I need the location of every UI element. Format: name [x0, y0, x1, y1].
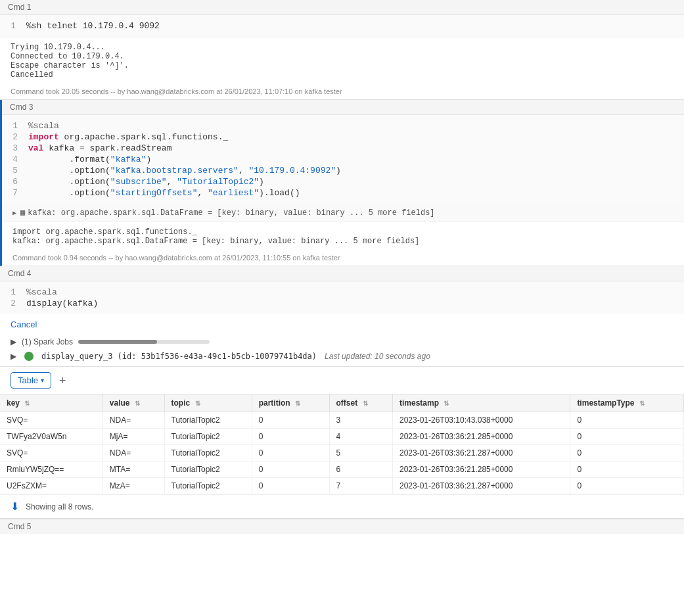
sort-icon: ⇅	[295, 400, 300, 407]
spark-jobs-expand-icon: ▶	[11, 337, 16, 346]
table-cell-offset: 4	[329, 429, 392, 445]
code-line: 7 .option("startingOffsets", "earliest")…	[2, 187, 684, 199]
sort-icon: ⇅	[363, 400, 368, 407]
cmd1-label: Cmd 1	[0, 0, 684, 15]
sort-icon: ⇅	[639, 400, 645, 407]
table-cell-timestamp: 2023-01-26T03:36:21.285+0000	[392, 429, 570, 445]
line-number: 1	[0, 21, 26, 31]
table-cell-partition: 0	[252, 445, 329, 462]
code-line: 6 .option("subscribe", "TutorialTopic2")	[2, 176, 684, 187]
code-line: 5 .option("kafka.bootstrap.servers", "10…	[2, 165, 684, 176]
code-line: 1 %sh telnet 10.179.0.4 9092	[0, 20, 684, 32]
line-number: 3	[2, 143, 28, 153]
output-line: Escape character is '^]'.	[11, 61, 673, 70]
code-text: .option("kafka.bootstrap.servers", "10.1…	[28, 166, 684, 176]
cmd4-cell: Cmd 4 1 %scala 2 display(kafka) Cancel ▶…	[0, 266, 684, 519]
cmd1-meta: Command took 20.05 seconds -- by hao.wan…	[0, 85, 684, 99]
col-header-timestamp[interactable]: timestamp ⇅	[392, 394, 570, 412]
code-text: .option("subscribe", "TutorialTopic2")	[28, 177, 684, 187]
cmd5-label: Cmd 5	[0, 519, 684, 534]
output-line: import org.apache.spark.sql.functions._	[12, 227, 673, 237]
table-cell-timestamp: 2023-01-26T03:10:43.038+0000	[392, 412, 570, 429]
code-line: 1 %scala	[0, 287, 684, 298]
add-visualization-button[interactable]: +	[57, 375, 69, 387]
table-cell-timestamp: 2023-01-26T03:36:21.287+0000	[392, 445, 570, 462]
cmd3-meta: Command took 0.94 seconds -- by hao.wang…	[2, 251, 684, 266]
cancel-button[interactable]: Cancel	[0, 317, 47, 332]
col-header-timestamptype[interactable]: timestampType ⇅	[570, 394, 684, 412]
table-icon: ▦	[20, 208, 25, 218]
cmd3-label: Cmd 3	[2, 100, 684, 115]
cmd3-code[interactable]: 1 %scala 2 import org.apache.spark.sql.f…	[2, 115, 684, 204]
table-cell-timestamp: 2023-01-26T03:36:21.287+0000	[392, 478, 570, 494]
query-info-row: ▶ display_query_3 (id: 53b1f536-e43a-49c…	[0, 349, 684, 364]
cmd1-code: 1 %sh telnet 10.179.0.4 9092	[0, 15, 684, 37]
code-line: 2 display(kafka)	[0, 298, 684, 309]
rows-footer: ⬇ Showing all 8 rows.	[0, 494, 684, 518]
sort-icon: ⇅	[135, 400, 140, 407]
cmd4-label: Cmd 4	[0, 266, 684, 281]
table-cell-partition: 0	[252, 478, 329, 494]
col-header-key[interactable]: key ⇅	[0, 394, 103, 412]
code-text: import org.apache.spark.sql.functions._	[28, 132, 684, 142]
col-header-partition[interactable]: partition ⇅	[252, 394, 329, 412]
table-cell-value: NDA=	[103, 412, 164, 429]
table-cell-timestampType: 0	[570, 429, 684, 445]
col-header-timestamp-label: timestamp	[399, 398, 439, 408]
table-tab-button[interactable]: Table ▾	[11, 372, 51, 389]
sort-icon: ⇅	[24, 400, 30, 407]
output-line: Connected to 10.179.0.4.	[11, 52, 673, 61]
expand-result-text: kafka: org.apache.spark.sql.DataFrame = …	[28, 208, 434, 218]
line-number: 1	[2, 121, 28, 131]
table-cell-value: MzA=	[103, 478, 164, 494]
table-cell-timestampType: 0	[570, 445, 684, 462]
col-header-offset[interactable]: offset ⇅	[329, 394, 392, 412]
table-cell-key: U2FsZXM=	[0, 478, 103, 494]
table-cell-value: NDA=	[103, 445, 164, 462]
col-header-topic[interactable]: topic ⇅	[164, 394, 252, 412]
table-cell-timestamp: 2023-01-26T03:36:21.285+0000	[392, 462, 570, 478]
query-spinner-icon	[24, 352, 34, 361]
line-number: 5	[2, 166, 28, 176]
col-header-timestamptype-label: timestampType	[577, 398, 634, 408]
table-cell-topic: TutorialTopic2	[164, 445, 252, 462]
table-row: SVQ=NDA=TutorialTopic2052023-01-26T03:36…	[0, 445, 684, 462]
spark-jobs-label: (1) Spark Jobs	[22, 337, 73, 346]
code-text: %scala	[28, 121, 684, 131]
spark-jobs-row: ▶ (1) Spark Jobs	[0, 335, 684, 349]
last-updated-text: Last updated: 10 seconds ago	[325, 352, 430, 361]
table-cell-partition: 0	[252, 429, 329, 445]
code-line: 1 %scala	[2, 120, 684, 131]
line-number: 2	[0, 298, 26, 308]
code-text: %scala	[26, 287, 684, 297]
rows-count-text: Showing all 8 rows.	[26, 502, 93, 511]
query-expand-icon: ▶	[11, 352, 16, 361]
code-text: .format("kafka")	[28, 154, 684, 164]
table-row: RmluYW5jZQ==MTA=TutorialTopic2062023-01-…	[0, 462, 684, 478]
table-cell-topic: TutorialTopic2	[164, 478, 252, 494]
table-cell-key: RmluYW5jZQ==	[0, 462, 103, 478]
cmd1-cell: Cmd 1 1 %sh telnet 10.179.0.4 9092 Tryin…	[0, 0, 684, 100]
col-header-value[interactable]: value ⇅	[103, 394, 164, 412]
table-toolbar: Table ▾ +	[0, 367, 684, 394]
col-header-topic-label: topic	[171, 398, 191, 408]
table-cell-topic: TutorialTopic2	[164, 412, 252, 429]
code-text: val kafka = spark.readStream	[28, 143, 684, 153]
cancel-section: Cancel	[0, 314, 684, 335]
table-cell-timestampType: 0	[570, 462, 684, 478]
line-number: 6	[2, 177, 28, 187]
cmd1-output: Trying 10.179.0.4... Connected to 10.179…	[0, 37, 684, 85]
sort-icon: ⇅	[195, 400, 200, 407]
table-row: U2FsZXM=MzA=TutorialTopic2072023-01-26T0…	[0, 478, 684, 494]
code-text: .option("startingOffsets", "earliest").l…	[28, 188, 684, 198]
cmd4-code[interactable]: 1 %scala 2 display(kafka)	[0, 281, 684, 314]
download-icon[interactable]: ⬇	[11, 500, 19, 513]
table-cell-key: SVQ=	[0, 412, 103, 429]
line-number: 4	[2, 154, 28, 164]
output-line: Cancelled	[11, 70, 673, 80]
code-line: 3 val kafka = spark.readStream	[2, 143, 684, 154]
output-line: Trying 10.179.0.4...	[11, 43, 673, 52]
table-row: SVQ=NDA=TutorialTopic2032023-01-26T03:10…	[0, 412, 684, 429]
table-cell-offset: 6	[329, 462, 392, 478]
expand-result-row[interactable]: ▶ ▦ kafka: org.apache.spark.sql.DataFram…	[2, 204, 684, 222]
